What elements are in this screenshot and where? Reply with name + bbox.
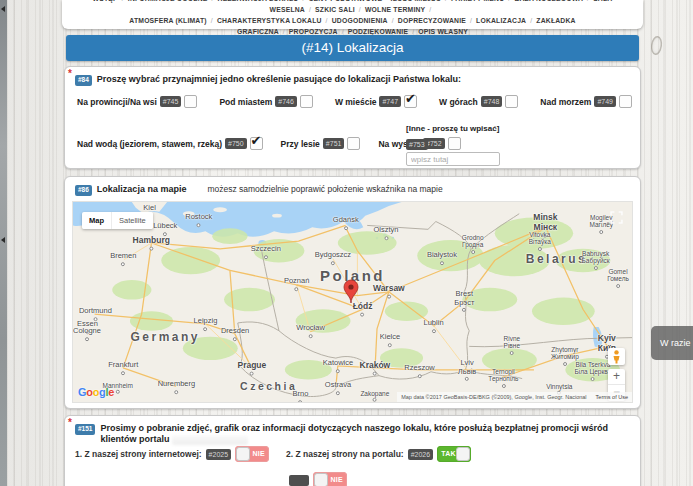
toggle-knob <box>236 447 250 461</box>
map-button[interactable]: Map <box>82 212 111 229</box>
nav-separator: / <box>412 28 414 35</box>
question-86-card: #86 Lokalizacja na mapie możesz samodzie… <box>64 176 641 409</box>
other-option-input[interactable] <box>406 152 500 166</box>
help-side-tab[interactable]: W razie pytań <box>651 326 693 360</box>
checkbox[interactable] <box>619 95 632 108</box>
other-option: [Inne - proszę tu wpisać] #753 <box>406 124 516 166</box>
window-edge <box>0 0 7 486</box>
nav-link[interactable]: BAZA NOCLEGOWA <box>514 0 583 2</box>
nav-link[interactable]: WSTĘP <box>93 0 118 2</box>
checkbox-row-1: Na prowincji/Na wsi#745Pod miastem#746W … <box>77 95 632 108</box>
edge-mark <box>1 237 5 243</box>
map-marker[interactable] <box>343 279 359 303</box>
checkbox[interactable] <box>404 95 417 108</box>
checkbox[interactable] <box>184 95 197 108</box>
checkbox-row-2: Nad wodą (jeziorem, stawem, rzeką)#750Pr… <box>77 137 461 150</box>
toggle-id-badge: #2025 <box>206 449 231 460</box>
nav-separator: / <box>445 0 447 2</box>
toggle-switch[interactable]: NIE <box>313 472 347 486</box>
required-marker: * <box>68 417 72 428</box>
pegman-icon[interactable] <box>608 348 625 365</box>
toggle-id-badge <box>289 475 309 486</box>
satellite-button[interactable]: Satellite <box>111 212 153 229</box>
nav-row-1: WSTĘP/INFORMACJE OGÓLNE/REZERWACJA LOKAL… <box>62 0 643 15</box>
nav-link[interactable]: ATMOSFERA (KLIMAT) <box>129 17 206 24</box>
nav-separator: / <box>392 17 394 24</box>
checkbox-option[interactable]: W mieście#747 <box>335 95 417 108</box>
checkbox-option[interactable]: W górach#748 <box>439 95 518 108</box>
checkbox-option[interactable]: Przy lesie#751 <box>281 137 361 150</box>
nav-separator: / <box>212 0 214 2</box>
map-attribution: Map data ©2017 GeoBasis-DE/BKG (©2009), … <box>401 394 586 400</box>
terms-of-use-link[interactable]: Terms of Use <box>596 394 628 400</box>
option-label: Na prowincji/Na wsi <box>77 97 157 107</box>
question-id-badge: #151 <box>75 424 95 435</box>
toggle-switch[interactable]: TAK <box>437 446 471 462</box>
nav-link[interactable]: WOLNE TERMINY <box>365 6 425 13</box>
toggle-row: 1. Z naszej strony internetowej:#2025NIE… <box>75 446 471 462</box>
map-type-control: Map Satellite <box>82 212 153 229</box>
checkbox[interactable] <box>250 137 263 150</box>
checkbox[interactable] <box>300 95 313 108</box>
question-84-card: * #84 Proszę wybrać przynajmniej jedno o… <box>64 66 641 169</box>
toggle-switch[interactable]: NIE <box>235 446 269 462</box>
nav-link[interactable]: SZKIC SALI <box>315 6 355 13</box>
edge-mark <box>1 6 5 12</box>
nav-link[interactable]: UDOGODNIENIA <box>332 17 388 24</box>
toggle-row-extra: NIE <box>289 472 347 486</box>
fullscreen-icon[interactable] <box>610 210 623 223</box>
toggle-id-badge: #2026 <box>408 449 433 460</box>
nav-separator: / <box>470 17 472 24</box>
redacted-portal-name <box>172 435 248 445</box>
toggle-knob <box>314 473 328 486</box>
zoom-in-button[interactable]: + <box>608 369 625 385</box>
nav-link[interactable]: CHARAKTERYSTYKA LOKALU <box>217 17 322 24</box>
nav-link[interactable]: LOKALIZACJA <box>476 17 526 24</box>
checkbox-option[interactable]: Pod miastem#746 <box>219 95 312 108</box>
nav-separator: / <box>587 0 589 2</box>
option-label: Pod miastem <box>219 97 272 107</box>
toggle-knob <box>456 447 470 461</box>
nav-link[interactable]: CENY PODSTAWOWE + ILOŚĆ MIEJSC <box>309 0 441 2</box>
toggle-label: 2. Z naszej strony na portalu: <box>286 449 404 459</box>
wood-knot <box>650 35 664 55</box>
question-text: Prosimy o pobranie zdjęć, grafik oraz in… <box>100 423 630 446</box>
checkbox-option[interactable]: Nad morzem#749 <box>540 95 632 108</box>
nav-separator: / <box>429 6 431 13</box>
option-id-badge: #745 <box>160 96 182 107</box>
google-logo[interactable]: Google <box>78 386 114 398</box>
checkbox-option[interactable]: Na prowincji/Na wsi#745 <box>77 95 197 108</box>
nav-row-2: ATMOSFERA (KLIMAT)/CHARAKTERYSTYKA LOKAL… <box>62 15 643 37</box>
question-151-card: * #151 Prosimy o pobranie zdjęć, grafik … <box>64 415 641 486</box>
map[interactable]: PolandGermanyBelarusCzechiaKielRostockLü… <box>72 201 633 403</box>
nav-separator: / <box>211 17 213 24</box>
nav-link[interactable]: REZERWACJA LOKALU <box>218 0 299 2</box>
nav-link[interactable]: INFORMACJE OGÓLNE <box>128 0 208 2</box>
toggle-label: 1. Z naszej strony internetowej: <box>75 449 202 459</box>
nav-link[interactable]: PAKIETY-MENU <box>451 0 504 2</box>
nav-link[interactable]: DOPRECYZOWANIE <box>398 17 466 24</box>
nav-separator: / <box>326 17 328 24</box>
nav-link[interactable]: PROPOZYCJA <box>289 28 338 35</box>
checkbox[interactable] <box>505 95 518 108</box>
question-id-badge: #86 <box>75 185 92 196</box>
nav-separator: / <box>283 28 285 35</box>
nav-separator: / <box>530 17 532 24</box>
nav-link[interactable]: OPIS WŁASNY <box>418 28 468 35</box>
option-id-badge: #751 <box>323 138 345 149</box>
toggle-state-label: NIE <box>252 450 265 457</box>
option-id-badge: #749 <box>594 96 616 107</box>
required-marker: * <box>68 68 72 79</box>
nav-link[interactable]: PODZIĘKOWANIE <box>348 28 408 35</box>
checkbox-option[interactable]: Nad wodą (jeziorem, stawem, rzeką)#750 <box>77 137 263 150</box>
checkbox[interactable] <box>347 137 360 150</box>
nav-separator: / <box>302 0 304 2</box>
section-header: (#14) Lokalizacja <box>66 35 639 61</box>
option-id-badge: #750 <box>225 138 247 149</box>
nav-separator: / <box>309 6 311 13</box>
option-id-badge: #746 <box>275 96 297 107</box>
google-logo-letter: e <box>108 386 114 398</box>
nav-separator: / <box>122 0 124 2</box>
option-label: Przy lesie <box>281 139 320 149</box>
option-id-badge: #748 <box>481 96 503 107</box>
